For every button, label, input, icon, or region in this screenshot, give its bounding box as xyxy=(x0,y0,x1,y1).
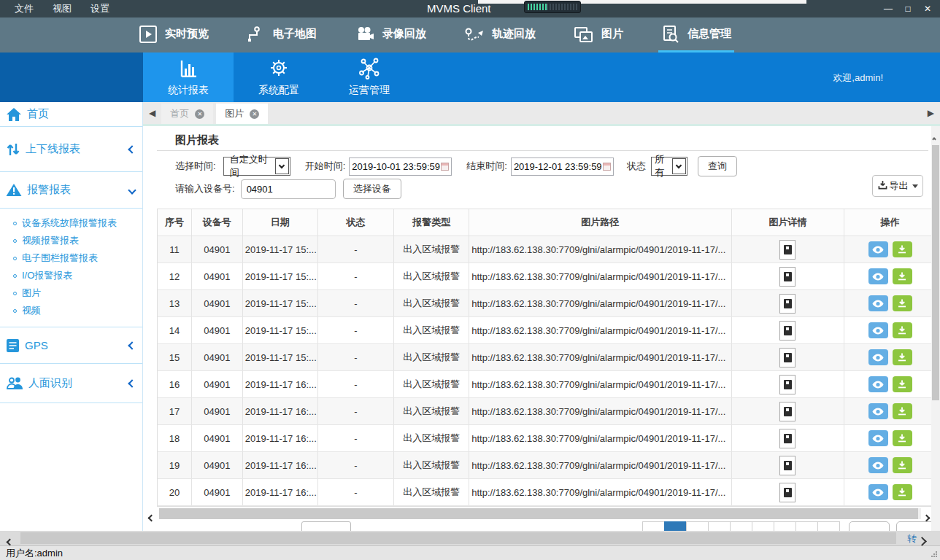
menu-settings[interactable]: 设置 xyxy=(90,2,109,15)
hscroll-thumb[interactable] xyxy=(159,508,918,519)
subnav-item-system-config[interactable]: 系统配置 xyxy=(234,52,324,102)
sidebar-subitem-video[interactable]: 视频 xyxy=(13,302,142,319)
view-button[interactable] xyxy=(868,484,888,500)
pager-button[interactable] xyxy=(896,521,931,531)
sidebar-subitem-device-fault-report[interactable]: 设备系统故障报警报表 xyxy=(13,214,142,232)
pager-button[interactable] xyxy=(849,521,890,531)
next-page-icon[interactable] xyxy=(919,534,925,548)
cell-image-path: http://183.62.138.30:7709/glni/alarmpic/… xyxy=(469,263,731,289)
view-button[interactable] xyxy=(868,376,888,392)
image-thumbnail[interactable] xyxy=(779,483,795,502)
close-icon[interactable]: ✕ xyxy=(922,4,933,14)
hscroll-track[interactable] xyxy=(159,508,921,519)
image-thumbnail[interactable] xyxy=(779,294,795,314)
end-time-value[interactable] xyxy=(514,161,603,172)
subnav-item-statistics-report[interactable]: 统计报表 xyxy=(143,52,234,102)
status-select[interactable]: 所有 xyxy=(651,157,687,176)
view-button[interactable] xyxy=(868,322,888,338)
page-button[interactable] xyxy=(752,521,774,531)
page-button[interactable] xyxy=(817,521,840,531)
download-button[interactable] xyxy=(893,349,912,365)
view-button[interactable] xyxy=(868,349,888,365)
menu-view[interactable]: 视图 xyxy=(53,2,72,15)
page-button[interactable] xyxy=(730,521,752,531)
page-button[interactable] xyxy=(686,521,709,531)
download-button[interactable] xyxy=(893,268,912,284)
sidebar-item-gps[interactable]: GPS xyxy=(0,327,142,364)
image-thumbnail[interactable] xyxy=(779,321,795,341)
image-thumbnail[interactable] xyxy=(779,429,795,448)
nav-item-picture[interactable]: 图片 xyxy=(571,18,626,52)
sidebar-item-online-offline-report[interactable]: 上下线报表 xyxy=(0,127,142,172)
chevron-left-icon[interactable] xyxy=(128,341,136,349)
broken-image-icon xyxy=(784,326,792,335)
nav-item-electronic-map[interactable]: 电子地图 xyxy=(244,18,320,52)
start-time-value[interactable] xyxy=(352,161,441,172)
download-button[interactable] xyxy=(893,403,912,419)
chevron-left-icon[interactable] xyxy=(128,145,136,153)
tab-picture[interactable]: 图片 ✕ xyxy=(216,104,268,124)
image-thumbnail[interactable] xyxy=(779,348,795,368)
page-button[interactable] xyxy=(664,521,687,531)
end-time-input[interactable] xyxy=(511,158,614,176)
sidebar-subitem-fence-alarm-report[interactable]: 电子围栏报警报表 xyxy=(13,249,142,267)
download-button[interactable] xyxy=(893,295,912,311)
download-button[interactable] xyxy=(893,322,912,338)
sidebar-subitem-io-alarm-report[interactable]: I/O报警报表 xyxy=(13,267,142,284)
view-button[interactable] xyxy=(868,268,888,284)
image-thumbnail[interactable] xyxy=(779,267,795,287)
tab-home[interactable]: 首页 ✕ xyxy=(161,104,213,124)
start-time-input[interactable] xyxy=(349,158,452,176)
download-button[interactable] xyxy=(893,430,912,446)
select-device-button[interactable]: 选择设备 xyxy=(343,179,401,199)
download-button[interactable] xyxy=(893,457,912,473)
time-range-select[interactable]: 自定义时间 xyxy=(223,157,290,176)
vscroll-thumb[interactable] xyxy=(932,145,939,400)
sidebar-subitem-picture[interactable]: 图片 xyxy=(13,284,142,302)
tab-close-icon[interactable]: ✕ xyxy=(250,109,259,119)
sidebar-item-face-recognition[interactable]: 人面识别 xyxy=(0,364,142,403)
window-hscroll-thumb[interactable] xyxy=(20,532,896,544)
view-button[interactable] xyxy=(868,403,888,419)
page-button[interactable] xyxy=(774,521,796,531)
menu-file[interactable]: 文件 xyxy=(15,2,34,15)
image-thumbnail[interactable] xyxy=(779,456,795,475)
sidebar-item-home[interactable]: 首页 xyxy=(0,102,142,127)
export-button[interactable]: 导出 xyxy=(872,175,923,197)
resize-grip[interactable] xyxy=(931,551,938,558)
image-thumbnail[interactable] xyxy=(779,402,795,421)
download-button[interactable] xyxy=(893,484,912,500)
page-button[interactable] xyxy=(795,521,818,531)
tab-scroll-left-icon[interactable]: ◀ xyxy=(143,108,161,118)
maximize-icon[interactable]: □ xyxy=(903,4,913,14)
nav-item-video-playback[interactable]: 录像回放 xyxy=(352,18,429,52)
page-button[interactable] xyxy=(642,521,665,531)
page-title: 图片报表 xyxy=(175,133,219,147)
view-button[interactable] xyxy=(868,295,888,311)
calendar-icon[interactable] xyxy=(603,163,611,171)
sidebar-subitem-video-alarm-report[interactable]: 视频报警报表 xyxy=(13,232,142,249)
view-button[interactable] xyxy=(868,241,888,257)
scroll-up-icon[interactable] xyxy=(933,131,936,144)
download-button[interactable] xyxy=(893,241,912,257)
calendar-icon[interactable] xyxy=(441,163,449,171)
page-size-select[interactable] xyxy=(301,521,351,531)
image-thumbnail[interactable] xyxy=(779,240,795,260)
page-button[interactable] xyxy=(708,521,731,531)
tab-close-icon[interactable]: ✕ xyxy=(195,109,204,119)
nav-item-live-preview[interactable]: 实时预览 xyxy=(136,18,212,52)
download-button[interactable] xyxy=(893,376,912,392)
view-button[interactable] xyxy=(868,430,888,446)
chevron-left-icon[interactable] xyxy=(128,379,136,387)
nav-item-info-management[interactable]: 信息管理 xyxy=(658,18,734,52)
chevron-down-icon[interactable] xyxy=(128,186,136,194)
image-thumbnail[interactable] xyxy=(779,375,795,394)
view-button[interactable] xyxy=(868,457,888,473)
nav-item-track-playback[interactable]: 轨迹回放 xyxy=(461,18,539,52)
query-button[interactable]: 查询 xyxy=(698,156,737,176)
minimize-icon[interactable]: — xyxy=(883,4,893,14)
device-number-input[interactable] xyxy=(241,179,336,199)
subnav-item-operation-management[interactable]: 运营管理 xyxy=(324,52,415,102)
sidebar-item-alarm-report[interactable]: 报警报表 xyxy=(0,172,142,209)
tab-scroll-right-icon[interactable]: ▶ xyxy=(922,108,940,118)
